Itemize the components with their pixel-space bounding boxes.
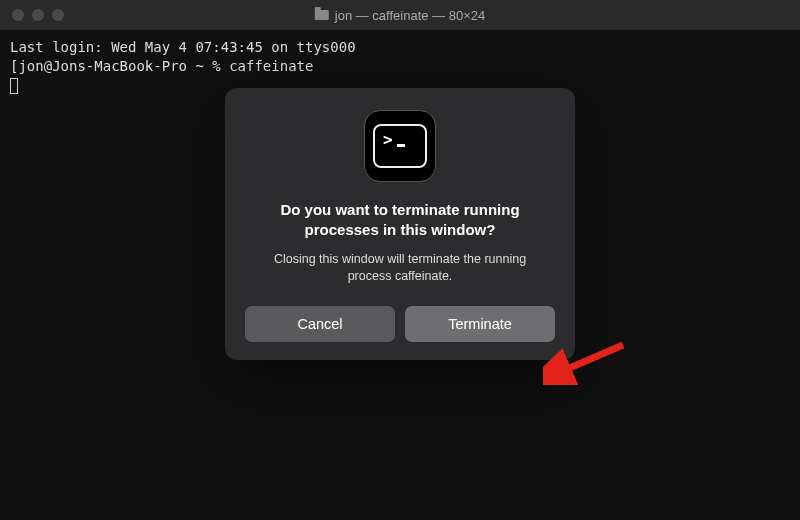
zoom-window-button[interactable]: [52, 9, 64, 21]
terminate-button[interactable]: Terminate: [405, 306, 555, 342]
dialog-title: Do you want to terminate running process…: [245, 200, 555, 241]
cursor-glyph-icon: [397, 144, 405, 147]
terminal-app-icon: >: [364, 110, 436, 182]
confirm-dialog: > Do you want to terminate running proce…: [225, 88, 575, 360]
close-window-button[interactable]: [12, 9, 24, 21]
dialog-message: Closing this window will terminate the r…: [245, 251, 555, 286]
prompt-glyph-icon: >: [383, 132, 393, 148]
window-title-text: jon — caffeinate — 80×24: [335, 8, 485, 23]
minimize-window-button[interactable]: [32, 9, 44, 21]
dialog-actions: Cancel Terminate: [245, 306, 555, 342]
folder-icon: [315, 10, 329, 20]
traffic-lights: [12, 9, 64, 21]
terminal-line: Last login: Wed May 4 07:43:45 on ttys00…: [10, 38, 790, 57]
window-titlebar: jon — caffeinate — 80×24: [0, 0, 800, 30]
window-title: jon — caffeinate — 80×24: [315, 8, 485, 23]
terminal-cursor: [10, 78, 18, 94]
terminal-line: [jon@Jons-MacBook-Pro ~ % caffeinate: [10, 57, 790, 76]
cancel-button[interactable]: Cancel: [245, 306, 395, 342]
